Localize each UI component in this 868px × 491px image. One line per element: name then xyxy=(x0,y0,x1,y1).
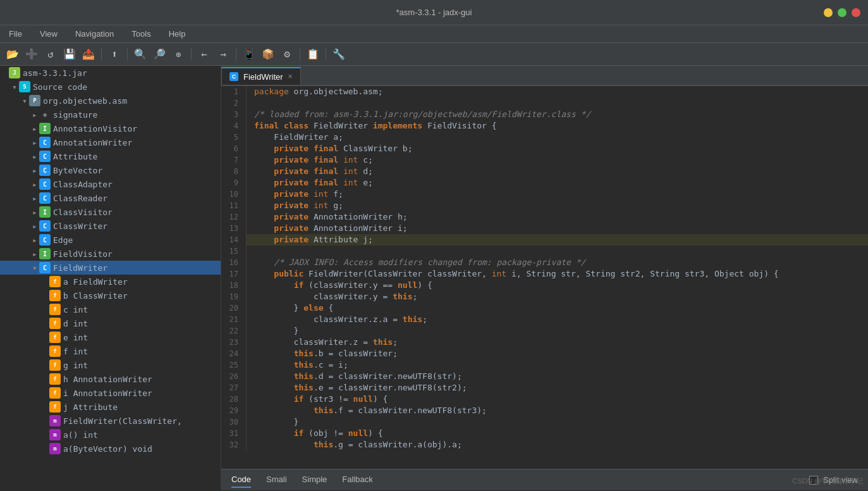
line-number-13: 13 xyxy=(221,223,247,234)
tree-item-ClassVisitor[interactable]: ▸I ClassVisitor xyxy=(0,205,221,219)
back-icon[interactable]: ← xyxy=(195,46,213,63)
tab-fallback[interactable]: Fallback xyxy=(342,472,372,488)
tree-item-field_e[interactable]: f e int xyxy=(0,330,221,344)
tree-item-Edge[interactable]: ▸C Edge xyxy=(0,233,221,247)
tree-item-field_h[interactable]: f h AnnotationWriter xyxy=(0,372,221,386)
code-line-29: 29 this.f = classWriter.newUTF8(str3); xyxy=(221,405,868,416)
menu-help[interactable]: Help xyxy=(165,28,190,40)
separator-2 xyxy=(127,48,128,61)
save-icon[interactable]: 💾 xyxy=(61,46,78,63)
tree-label-sig: signature xyxy=(53,110,97,120)
settings-icon[interactable]: 🔧 xyxy=(330,46,348,63)
reload-icon[interactable]: ↺ xyxy=(42,46,59,63)
forward-icon[interactable]: → xyxy=(214,46,232,63)
tree-item-field_b[interactable]: f b ClassWriter xyxy=(0,289,221,302)
decompile-up-icon[interactable]: ⬆ xyxy=(106,46,123,63)
tree-icon-field_e: f xyxy=(49,332,61,343)
tree-label-AnnotationWriter: AnnotationWriter xyxy=(53,138,132,147)
tree-item-ClassAdapter[interactable]: ▸C ClassAdapter xyxy=(0,177,221,191)
close-button[interactable] xyxy=(852,8,860,17)
tree-item-FieldVisitor[interactable]: ▸I FieldVisitor xyxy=(0,247,221,261)
tree-item-ByteVector[interactable]: ▸C ByteVector xyxy=(0,163,221,177)
tree-item-jar[interactable]: J asm-3.3.1.jar xyxy=(0,66,221,80)
tree-item-FieldWriter[interactable]: ▾C FieldWriter xyxy=(0,261,221,275)
line-code-29: this.f = classWriter.newUTF8(str3); xyxy=(247,405,487,416)
tree-arrow-ClassWriter: ▸ xyxy=(30,221,39,231)
tree-item-AnnotationVisitor[interactable]: ▸I AnnotationVisitor xyxy=(0,121,221,135)
line-number-23: 23 xyxy=(221,337,247,348)
tree-item-field_a[interactable]: f a FieldWriter xyxy=(0,275,221,289)
tree-item-Attribute[interactable]: ▸C Attribute xyxy=(0,149,221,163)
tree-item-method_fw[interactable]: m FieldWriter(ClassWriter, xyxy=(0,414,221,428)
tree-icon-ClassVisitor: I xyxy=(39,206,51,218)
code-line-31: 31 if (obj != null) { xyxy=(221,428,868,439)
tree-item-method_a[interactable]: m a() int xyxy=(0,428,221,442)
tree-icon-field_i: f xyxy=(49,387,61,399)
search-icon[interactable]: 🔍 xyxy=(131,46,149,63)
tree-item-ClassWriter[interactable]: ▸C ClassWriter xyxy=(0,219,221,233)
menu-file[interactable]: File xyxy=(5,28,26,40)
code-line-22: 22 } xyxy=(221,325,868,337)
line-code-2 xyxy=(247,97,254,109)
tree-item-field_d[interactable]: f d int xyxy=(0,316,221,330)
line-number-21: 21 xyxy=(221,314,247,325)
menu-view[interactable]: View xyxy=(36,28,61,40)
line-code-6: private final ClassWriter b; xyxy=(247,143,412,154)
code-line-27: 27 this.e = classWriter.newUTF8(str2); xyxy=(221,382,868,394)
tree-item-AnnotationWriter[interactable]: ▸C AnnotationWriter xyxy=(0,135,221,149)
code-line-1: 1package org.objectweb.asm; xyxy=(221,86,868,97)
tree-arrow-Edge: ▸ xyxy=(30,235,39,245)
tab-fieldwriter[interactable]: C FieldWriter × xyxy=(221,67,301,85)
tab-close-icon[interactable]: × xyxy=(288,72,293,81)
code-line-26: 26 this.d = classWriter.newUTF8(str); xyxy=(221,371,868,382)
line-code-7: private final int c; xyxy=(247,154,373,166)
line-number-30: 30 xyxy=(221,416,247,428)
tree-item-field_f[interactable]: f f int xyxy=(0,344,221,358)
line-number-4: 4 xyxy=(221,120,247,132)
code-content[interactable]: 1package org.objectweb.asm;23/* loaded f… xyxy=(221,86,868,469)
tree-arrow-AnnotationVisitor: ▸ xyxy=(30,124,39,134)
tab-icon: C xyxy=(229,72,238,81)
separator-1 xyxy=(101,48,102,61)
tree-item-ClassReader[interactable]: ▸C ClassReader xyxy=(0,191,221,205)
tree-item-sig[interactable]: ▸◈ signature xyxy=(0,108,221,121)
open-icon[interactable]: 📂 xyxy=(4,46,21,63)
maximize-button[interactable] xyxy=(838,8,847,17)
tree-item-field_g[interactable]: f g int xyxy=(0,358,221,372)
tree-icon-field_f: f xyxy=(49,345,61,357)
tree-item-src[interactable]: ▾S Source code xyxy=(0,80,221,94)
tree-item-method_abv[interactable]: m a(ByteVector) void xyxy=(0,442,221,456)
window-controls xyxy=(824,8,860,17)
minimize-button[interactable] xyxy=(824,8,833,17)
tab-smali[interactable]: Smali xyxy=(266,472,287,488)
line-number-11: 11 xyxy=(221,200,247,211)
tree-item-field_c[interactable]: f c int xyxy=(0,302,221,316)
package-icon[interactable]: 📦 xyxy=(259,46,277,63)
gear-icon[interactable]: ⚙ xyxy=(278,46,296,63)
device-icon[interactable]: 📱 xyxy=(240,46,258,63)
tree-label-jar: asm-3.3.1.jar xyxy=(23,68,87,78)
tree-label-ClassReader: ClassReader xyxy=(53,194,107,203)
tab-code[interactable]: Code xyxy=(231,472,251,488)
code-line-5: 5 FieldWriter a; xyxy=(221,132,868,143)
search-zoom-in-icon[interactable]: 🔎 xyxy=(150,46,168,63)
search-plus-icon[interactable]: ⊕ xyxy=(169,46,187,63)
tree-item-field_i[interactable]: f i AnnotationWriter xyxy=(0,386,221,400)
tab-simple[interactable]: Simple xyxy=(302,472,327,488)
tree-item-pkg[interactable]: ▾P org.objectweb.asm xyxy=(0,94,221,108)
tree-arrow-pkg: ▾ xyxy=(20,96,29,106)
code-area: C FieldWriter × 1package org.objectweb.a… xyxy=(221,66,868,490)
log-icon[interactable]: 📋 xyxy=(304,46,322,63)
line-code-24: this.b = classWriter; xyxy=(247,348,398,359)
tree-label-field_f: f int xyxy=(63,347,88,356)
line-code-26: this.d = classWriter.newUTF8(str); xyxy=(247,371,462,382)
tree-item-field_j[interactable]: f j Attribute xyxy=(0,400,221,414)
tree-label-field_d: d int xyxy=(63,319,88,328)
tree-icon-jar: J xyxy=(9,67,20,78)
export-icon[interactable]: 📤 xyxy=(80,46,97,63)
tree-icon-field_d: f xyxy=(49,318,61,329)
tree-icon-Attribute: C xyxy=(39,151,51,162)
menu-tools[interactable]: Tools xyxy=(128,28,154,40)
menu-navigation[interactable]: Navigation xyxy=(71,28,118,40)
add-files-icon[interactable]: ➕ xyxy=(23,46,40,63)
